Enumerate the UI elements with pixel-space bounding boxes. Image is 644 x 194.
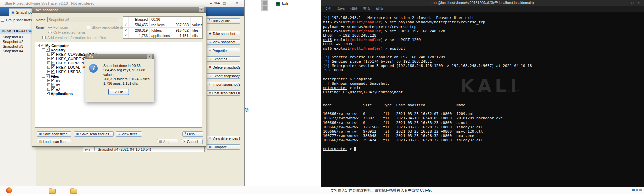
side-button-label: Export snapshot(s) <box>212 74 240 78</box>
only-selected-radio[interactable] <box>48 31 52 34</box>
tree-checkbox[interactable] <box>51 70 55 74</box>
export-icon: → <box>209 57 211 61</box>
side-button-filter[interactable]: ▼Post scan filter OFF <box>207 90 240 96</box>
save-scan-filter-button[interactable]: ▣ Save scan filter <box>37 131 71 137</box>
menu-item[interactable]: 编辑 <box>350 6 358 11</box>
load-scan-filter-button[interactable]: ▤ Load scan filter <box>37 139 71 144</box>
stat-label: applications <box>149 33 175 38</box>
tree-checkbox[interactable] <box>51 57 55 60</box>
tree-checkbox[interactable] <box>46 74 50 78</box>
side-button-compare[interactable]: ⇄Compare <box>207 144 240 150</box>
terminal-line: [*] Meterpreter session 3 opened (192.16… <box>323 64 643 68</box>
tree-item[interactable]: -Registry <box>35 48 202 52</box>
snapshot-list-item[interactable]: Snapshot #2 <box>0 39 36 44</box>
vm-tab-kali[interactable]: kali <box>276 1 288 6</box>
tree-label: c:\ <box>56 79 60 83</box>
tree-expander[interactable]: - <box>37 44 40 47</box>
side-button-export[interactable]: →Export as ... <box>207 56 240 62</box>
terminal-line: 100666/rw-rw-rw- 970912 fil 2021-03-25 1… <box>323 129 643 134</box>
snapshot-list-item[interactable]: Snapshot #1 <box>0 35 36 39</box>
info-dialog: Info × i Snapshot done in 00:36584,455 r… <box>85 54 154 102</box>
add-version-checkbox[interactable] <box>42 36 46 39</box>
tree-expander[interactable]: + <box>47 61 50 64</box>
show-removable-checkbox[interactable] <box>87 26 90 29</box>
tree-checkbox[interactable] <box>46 48 50 52</box>
tree-checkbox[interactable] <box>51 61 55 65</box>
taskbar-app-icon[interactable] <box>6 187 12 193</box>
help-button[interactable]: ? Help <box>182 131 203 137</box>
side-button-export2[interactable]: →Export snapshot(s) <box>207 73 240 79</box>
side-button-props[interactable]: ≡Properties <box>207 48 240 53</box>
snapshot-list-item[interactable]: Snapshot #3 <box>0 44 36 49</box>
cancel-button[interactable]: ✖ Cancel <box>181 139 203 144</box>
name-input[interactable] <box>47 17 118 22</box>
help-icon: ? <box>184 132 186 136</box>
snapshot-list-item[interactable]: Snapshot #4 <box>0 49 36 53</box>
group-checkbox[interactable] <box>1 19 4 22</box>
full-scan-radio[interactable] <box>48 26 52 29</box>
tray-icon[interactable] <box>636 189 638 191</box>
stat-value: Elapsed <box>128 17 149 22</box>
menu-item[interactable]: 文件 <box>325 6 332 11</box>
tree-expander[interactable]: + <box>47 83 50 86</box>
machine-header[interactable]: DESKTOP-RJ78E6 <box>0 29 36 34</box>
name-label: Name: <box>36 18 46 22</box>
side-button-guide[interactable]: ?Quick guide <box>207 18 240 24</box>
filter-icon: ▼ <box>209 91 211 95</box>
tree-checkbox[interactable] <box>46 92 50 95</box>
stop-button[interactable]: ■ Stop <box>157 139 178 144</box>
save-scan-filter-as-button[interactable]: ▣ Save scan filter as... <box>74 131 114 137</box>
close-icon[interactable]: × <box>199 7 204 12</box>
tree-expander[interactable]: - <box>42 75 45 78</box>
tree-checkbox[interactable] <box>51 87 55 91</box>
tree-checkbox[interactable] <box>41 44 44 47</box>
snapshots-tab-icon: ▣ <box>11 11 14 14</box>
terminal-line: [-] Unknown command: Snapshot. <box>323 81 643 86</box>
close-icon[interactable]: × <box>233 1 241 6</box>
side-button-del[interactable]: ✖Delete snapshot(s) <box>207 65 240 70</box>
side-button-camera[interactable]: ◉Take snapshot <box>207 31 240 36</box>
vmware-toolbar-strip[interactable] <box>261 0 268 11</box>
tree-expander[interactable]: + <box>47 53 50 56</box>
maximize-icon[interactable]: □ <box>221 1 228 6</box>
stat-value: 957,688 <box>175 22 190 27</box>
info-line: Snapshot done in 00:36 <box>103 64 154 68</box>
tree-expander[interactable]: - <box>42 48 45 51</box>
menu-item[interactable]: 查看 <box>363 6 370 11</box>
view-filter-button[interactable]: ◎ View filter <box>116 131 142 137</box>
minimize-icon[interactable]: – <box>207 1 215 6</box>
terminal-line: [*] 192.168.248.1 - Meterpreter session … <box>323 16 643 20</box>
status-prefix: wn <box>85 147 90 151</box>
terminal-body[interactable]: KALI BY OFFENSIVE SECURITY [*] 192.168.2… <box>321 12 644 151</box>
vmware-status-hint: 要将输入定向到此虚拟机，请将鼠标指针移入其中或按 Ctrl+G。 <box>330 188 434 193</box>
ok-button[interactable]: ✔ Ok <box>108 89 129 95</box>
tray-icon[interactable] <box>639 189 642 191</box>
tree-expander[interactable]: + <box>47 79 50 82</box>
guide-icon: ? <box>209 19 210 23</box>
tree-item[interactable]: -My Computer <box>35 43 202 48</box>
tree-expander[interactable]: + <box>47 70 50 73</box>
tree-checkbox[interactable] <box>51 79 55 82</box>
menu-item[interactable]: 动作 <box>337 6 345 11</box>
group-snapshots-row[interactable]: Group snapshots by co <box>1 18 36 22</box>
terminal-window-controls[interactable]: – □ × <box>625 0 641 6</box>
close-icon[interactable]: × <box>147 54 152 59</box>
tree-checkbox[interactable] <box>51 83 55 87</box>
terminal-menubar: 文件动作编辑查看帮助 <box>321 6 644 12</box>
menu-item[interactable]: 帮助 <box>376 6 383 11</box>
status-text: Snapshot #4 (2021-04-10 16:54) <box>98 147 151 151</box>
screen: Blue Project Software SysTracer v2.10 - … <box>0 0 644 194</box>
tree-checkbox[interactable] <box>51 65 55 69</box>
tree-checkbox[interactable] <box>51 52 55 56</box>
taskbar-folder-icon[interactable] <box>49 189 56 194</box>
tray-icon[interactable] <box>632 189 635 191</box>
side-button-list[interactable]: ≡View differences list <box>207 136 240 141</box>
stat-label: reg keys <box>149 22 175 27</box>
taskbar-folder-icon[interactable] <box>70 189 77 194</box>
side-button-view[interactable]: ◎View snapshot <box>207 39 240 45</box>
tree-expander[interactable]: + <box>47 88 50 91</box>
side-button-import[interactable]: ←Import snapshot(s) <box>207 82 240 87</box>
stat-label <box>190 17 202 22</box>
tree-expander[interactable]: + <box>47 66 50 69</box>
tree-expander[interactable]: + <box>47 57 50 60</box>
